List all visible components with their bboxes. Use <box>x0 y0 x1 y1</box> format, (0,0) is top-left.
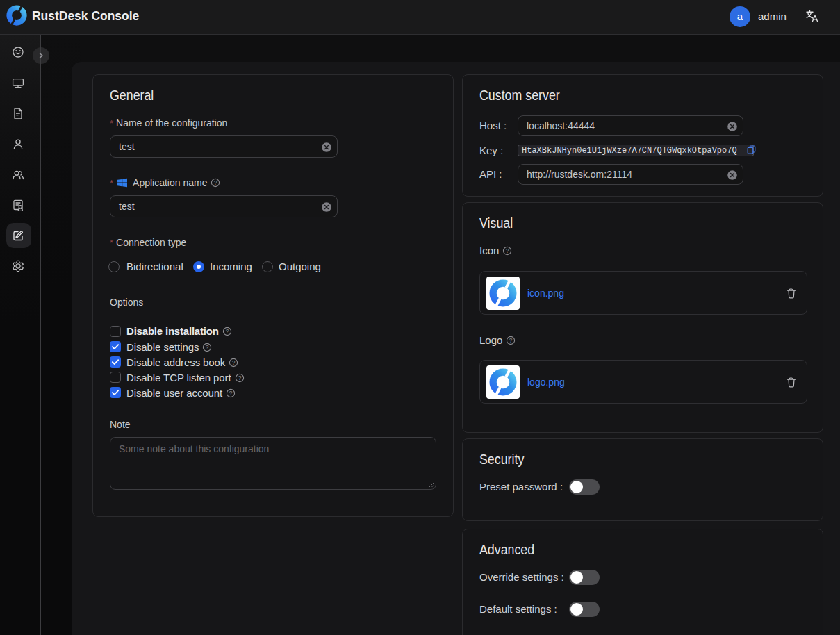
svg-text:?: ? <box>509 337 513 344</box>
svg-text:?: ? <box>506 247 509 254</box>
svg-text:?: ? <box>214 179 217 186</box>
svg-text:?: ? <box>225 328 229 335</box>
svg-text:?: ? <box>229 390 233 397</box>
svg-text:?: ? <box>206 344 209 351</box>
svg-text:?: ? <box>232 359 236 366</box>
svg-text:?: ? <box>238 374 241 381</box>
